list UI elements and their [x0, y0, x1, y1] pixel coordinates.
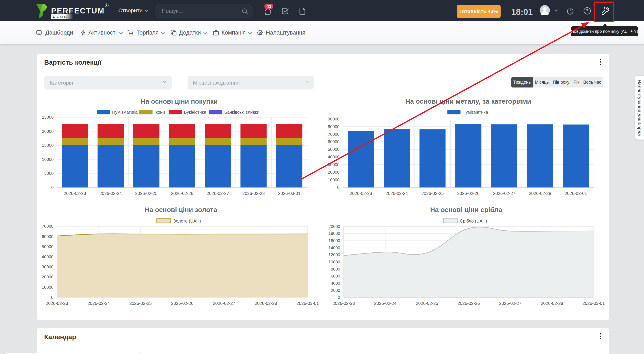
svg-text:15000: 15000: [42, 143, 54, 148]
svg-text:50000: 50000: [328, 147, 340, 152]
svg-text:12000: 12000: [328, 252, 340, 257]
svg-text:2026-02-25: 2026-02-25: [135, 191, 158, 196]
svg-text:2026-02-28: 2026-02-28: [255, 301, 277, 306]
svg-text:0: 0: [51, 295, 53, 300]
svg-text:0: 0: [51, 185, 54, 190]
svg-text:10000: 10000: [42, 285, 53, 290]
svg-text:Банківські зливки: Банківські зливки: [224, 110, 259, 115]
svg-text:2026-03-01: 2026-03-01: [565, 191, 587, 196]
svg-text:2026-02-24: 2026-02-24: [100, 191, 122, 196]
svg-text:На основі ціни покупки: На основі ціни покупки: [140, 98, 218, 105]
svg-text:2026-02-25: 2026-02-25: [421, 191, 444, 196]
svg-text:2026-03-01: 2026-03-01: [296, 301, 319, 306]
svg-text:2026-02-26: 2026-02-26: [457, 191, 480, 196]
svg-text:14000: 14000: [328, 245, 340, 250]
svg-text:2026-02-27: 2026-02-27: [206, 191, 229, 196]
svg-text:2026-02-23: 2026-02-23: [332, 301, 355, 306]
svg-text:80000: 80000: [328, 124, 340, 129]
svg-text:2026-02-23: 2026-02-23: [350, 191, 372, 196]
svg-text:Нумізматика: Нумізматика: [462, 110, 488, 115]
svg-text:2026-02-28: 2026-02-28: [541, 301, 563, 306]
svg-text:2026-02-24: 2026-02-24: [88, 301, 110, 306]
svg-text:Золото (UAH): Золото (UAH): [173, 219, 201, 223]
svg-text:2026-02-24: 2026-02-24: [386, 191, 408, 196]
svg-text:6000: 6000: [331, 274, 340, 278]
svg-text:2026-02-26: 2026-02-26: [458, 301, 480, 306]
svg-text:2026-03-01: 2026-03-01: [278, 191, 300, 196]
svg-text:На основі ціни срібла: На основі ціни срібла: [430, 206, 502, 213]
svg-text:2026-02-27: 2026-02-27: [499, 301, 522, 306]
svg-text:2026-02-25: 2026-02-25: [129, 301, 152, 306]
svg-text:2026-03-01: 2026-03-01: [582, 301, 605, 306]
svg-text:2026-02-27: 2026-02-27: [213, 301, 235, 306]
svg-text:60000: 60000: [42, 234, 53, 239]
svg-text:4000: 4000: [331, 281, 340, 286]
svg-text:Ікони: Ікони: [154, 110, 165, 115]
svg-text:Срібло (UAH): Срібло (UAH): [460, 219, 487, 223]
svg-text:30000: 30000: [42, 264, 53, 269]
svg-text:10000: 10000: [328, 260, 340, 264]
svg-text:5000: 5000: [44, 171, 54, 176]
svg-text:2026-02-23: 2026-02-23: [46, 301, 68, 306]
svg-text:2026-02-27: 2026-02-27: [493, 191, 516, 196]
svg-text:10000: 10000: [42, 157, 54, 162]
svg-text:2026-02-28: 2026-02-28: [529, 191, 551, 196]
svg-text:20000: 20000: [42, 129, 54, 134]
svg-text:Нумізматика: Нумізматика: [112, 110, 138, 115]
svg-text:8000: 8000: [331, 267, 340, 271]
svg-text:На основі ціни металу, за кате: На основі ціни металу, за категоріями: [405, 98, 531, 105]
svg-text:50000: 50000: [42, 244, 53, 249]
svg-text:2026-02-28: 2026-02-28: [242, 191, 265, 196]
svg-text:На основі ціни золота: На основі ціни золота: [144, 206, 217, 213]
svg-text:2026-02-24: 2026-02-24: [374, 301, 396, 306]
svg-text:90000: 90000: [328, 117, 340, 121]
svg-text:18000: 18000: [328, 231, 340, 236]
svg-text:20000: 20000: [328, 224, 340, 229]
svg-text:25000: 25000: [42, 115, 54, 120]
svg-text:2000: 2000: [331, 288, 340, 293]
svg-text:2026-02-25: 2026-02-25: [416, 301, 438, 306]
svg-text:0: 0: [338, 295, 340, 300]
svg-text:10000: 10000: [328, 178, 340, 182]
svg-text:20000: 20000: [42, 275, 53, 279]
svg-text:70000: 70000: [42, 224, 53, 229]
svg-text:20000: 20000: [328, 170, 340, 174]
svg-text:2026-02-26: 2026-02-26: [171, 191, 194, 196]
svg-text:2026-02-26: 2026-02-26: [171, 301, 194, 306]
svg-text:40000: 40000: [42, 254, 53, 259]
svg-text:Букіністика: Букіністика: [184, 110, 206, 115]
svg-text:16000: 16000: [328, 238, 340, 243]
svg-text:30000: 30000: [328, 162, 340, 167]
svg-text:70000: 70000: [328, 132, 340, 137]
svg-text:2026-02-23: 2026-02-23: [64, 191, 86, 196]
svg-text:60000: 60000: [328, 139, 340, 144]
svg-text:0: 0: [337, 185, 340, 190]
